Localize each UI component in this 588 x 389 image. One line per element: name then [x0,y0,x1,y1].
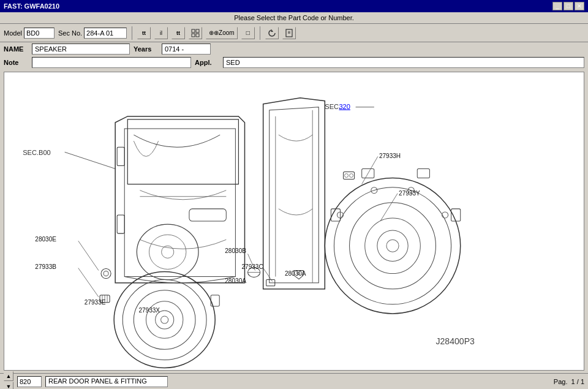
model-label: Model [4,29,22,37]
svg-rect-9 [117,215,124,233]
print-icon[interactable]: □ [241,27,255,39]
svg-point-34 [161,316,168,323]
svg-point-16 [334,187,451,304]
svg-point-29 [114,272,215,368]
separator-2 [260,26,260,40]
svg-point-18 [365,218,421,274]
history-icon[interactable] [265,27,279,39]
svg-rect-7 [189,209,226,221]
grid-icon[interactable] [189,27,202,39]
svg-line-53 [380,194,398,221]
sec-no-label: Sec No. [58,29,82,37]
svg-point-11 [149,235,186,269]
label-28030e: 28030E [35,236,56,243]
appl-label: Appl. [195,59,219,66]
svg-point-37 [104,271,108,276]
svg-point-19 [377,230,408,261]
illustration-area: SEC. 320 SEC.B00 27933H 27933Y 28030E 28… [4,72,584,371]
part-28030e-connector [101,268,111,278]
label-27933e: 27933E [85,299,106,306]
svg-rect-8 [117,147,124,165]
diagram-reference: J28400P3 [435,336,475,346]
zoom-button[interactable]: ⊕⊕Zoom [206,27,238,39]
page-value: 1 / 1 [571,378,584,385]
svg-rect-24 [417,168,429,178]
svg-rect-0 [192,29,195,32]
large-speaker [325,168,460,314]
name-label: NAME [4,45,28,53]
bottom-bar: ▲ ▼ REAR DOOR PANEL & FITTING Pag. 1 / 1 [0,373,588,389]
svg-point-31 [134,290,195,350]
section-description: REAR DOOR PANEL & FITTING [45,376,168,387]
nav-down-button[interactable]: ▼ [4,382,13,389]
years-label: Years [134,45,158,53]
label-27933b: 27933B [35,263,56,270]
svg-point-28 [442,212,448,218]
svg-point-15 [325,178,460,314]
svg-rect-46 [344,172,355,179]
toolbar: Model Sec No. tt il tt ⊕⊕Zoom □ [0,24,588,42]
model-field-group: Model [4,28,55,39]
window-controls[interactable]: _ □ ✕ [552,2,584,10]
sec-b00-label: SEC.B00 [23,149,51,156]
svg-point-17 [350,203,436,289]
section-input[interactable] [17,376,42,387]
label-27933y: 27933Y [399,190,420,197]
bookmark-icon[interactable] [282,27,296,39]
model-input[interactable] [24,28,55,39]
svg-point-20 [386,240,399,252]
info-row-1: NAME Years [0,42,588,56]
instruction-text: Please Select the Part Code or Number. [234,14,354,21]
title-bar: FAST: GWFA0210 _ □ ✕ [0,0,588,12]
svg-line-51 [65,152,116,168]
svg-point-47 [345,174,349,178]
label-28030b: 28030B [225,247,246,254]
svg-point-36 [101,268,111,278]
svg-line-54 [78,241,99,270]
parts-diagram: SEC. 320 SEC.B00 27933H 27933Y 28030E 28… [4,72,584,370]
maximize-button[interactable]: □ [564,2,573,10]
page-info: Pag. 1 / 1 [554,378,584,385]
info-row-2: Note Appl. [0,56,588,69]
appl-input[interactable] [223,57,584,68]
label-27933c: 27933C [241,263,263,270]
minimize-button[interactable]: _ [552,2,562,10]
svg-rect-3 [196,34,199,37]
close-button[interactable]: ✕ [575,2,584,10]
app-title: FAST: GWFA0210 [4,2,59,10]
separator-1 [132,26,132,40]
label-28030a-right: 28030A [285,270,306,277]
svg-point-30 [123,280,206,360]
label-27933x: 27933X [138,307,160,314]
name-input[interactable] [32,43,130,55]
view-icon-3[interactable]: tt [172,27,185,39]
zoom-icon: ⊕ [209,29,214,36]
svg-point-48 [350,174,353,178]
svg-rect-1 [196,29,199,32]
page-label: Pag. [554,378,568,385]
label-27933h: 27933H [379,153,401,159]
sec-320-link[interactable]: 320 [339,103,350,110]
sec-no-field-group: Sec No. [58,28,127,39]
body-frame [263,98,325,289]
door-frame-left [115,116,244,283]
svg-rect-2 [192,34,195,37]
sec-no-input[interactable] [84,28,127,39]
label-28030a-left: 28030A [225,278,246,284]
view-icon-1[interactable]: tt [137,27,151,39]
part-27933h [344,172,355,179]
instruction-bar: Please Select the Part Code or Number. [0,12,588,24]
svg-line-56 [78,268,99,296]
nav-up-button[interactable]: ▲ [4,371,13,381]
svg-text:SEC.: SEC. [325,103,341,110]
note-input[interactable] [32,57,191,68]
small-speaker [114,272,219,368]
note-label: Note [4,59,28,66]
years-input[interactable] [162,43,211,55]
view-icon-2[interactable]: il [154,27,168,39]
